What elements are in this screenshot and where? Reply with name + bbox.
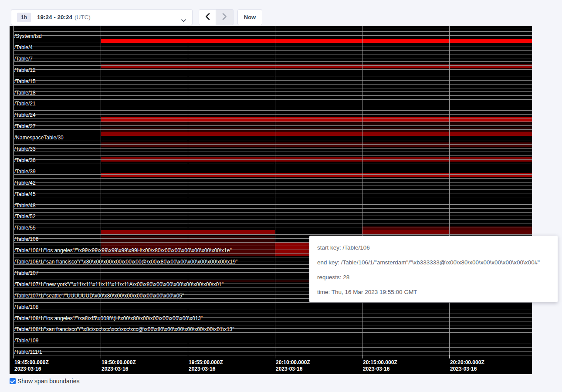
span-boundary-line: [14, 223, 532, 223]
row-label: /Table/4: [14, 45, 33, 51]
now-button[interactable]: Now: [237, 9, 262, 25]
heatmap-band: [101, 173, 532, 177]
span-boundary-line: [14, 159, 532, 160]
span-boundary-line: [14, 35, 532, 36]
row-label: /Table/42: [14, 180, 36, 186]
span-boundary-line: [14, 125, 532, 126]
span-boundary-line: [14, 220, 532, 220]
heatmap-band: [101, 132, 532, 136]
span-boundary-line: [14, 197, 532, 197]
span-boundary-line: [14, 189, 532, 190]
row-label: /Table/36: [14, 158, 36, 163]
span-boundary-line: [14, 99, 532, 100]
span-boundary-line: [14, 234, 532, 235]
span-boundary-line: [14, 77, 532, 77]
span-boundary-line: [14, 28, 532, 28]
x-axis-tick: [362, 355, 362, 358]
time-range-selector[interactable]: 1h 19:24 - 20:24 (UTC): [11, 9, 193, 25]
span-boundaries-row: Show span boundaries: [10, 378, 79, 385]
span-boundary-line: [14, 54, 532, 54]
span-boundary-line: [14, 174, 532, 175]
row-label: /Table/55: [14, 225, 36, 231]
row-label: /Table/106/1/"los angeles"/"\x99\x99\x99…: [14, 248, 232, 253]
row-label: /Table/12: [14, 68, 36, 73]
time-bucket-line: [362, 26, 362, 355]
span-boundary-line: [14, 107, 532, 107]
span-boundary-line: [14, 103, 532, 103]
span-boundary-line: [14, 47, 532, 47]
row-label: /Table/111/1: [14, 349, 42, 355]
span-boundary-line: [14, 31, 532, 32]
row-label: /Table/18: [14, 90, 36, 96]
prev-time-button[interactable]: [199, 9, 216, 25]
span-boundary-line: [14, 204, 532, 205]
span-boundary-line: [14, 310, 532, 310]
span-boundary-line: [14, 152, 532, 152]
checkmark-icon: [10, 377, 15, 385]
x-axis-tick: [449, 355, 450, 358]
row-label: /Table/106/1/"san francisco"/"\x80\x00\x…: [14, 259, 237, 265]
row-label: /Table/108/1/"san francisco"/"\x8c\xcc\x…: [14, 327, 234, 332]
x-axis-label: 19:55:00.000Z2023-03-16: [189, 359, 223, 372]
span-boundary-line: [14, 347, 532, 348]
span-boundary-line: [14, 208, 532, 209]
row-label: /NamespaceTable/30: [14, 135, 64, 141]
span-boundary-line: [14, 114, 532, 115]
row-label: /Table/108/1/"los angeles"/"\xa8\xf5\u00…: [14, 316, 203, 321]
span-boundary-line: [14, 73, 532, 73]
span-boundary-line: [14, 171, 532, 171]
span-boundary-line: [14, 314, 532, 314]
x-axis-date: 2023-03-16: [276, 366, 310, 372]
span-boundary-line: [14, 155, 532, 156]
span-boundary-line: [14, 80, 532, 81]
row-label: /Table/109: [14, 338, 38, 344]
row-label: /Table/106: [14, 237, 38, 242]
show-span-boundaries-checkbox[interactable]: [10, 378, 16, 384]
row-label: /Table/15: [14, 79, 36, 84]
span-boundary-line: [14, 325, 532, 325]
time-bucket-line: [275, 26, 275, 355]
x-axis-time: 19:50:00.000Z: [102, 359, 136, 366]
span-boundary-line: [14, 141, 532, 141]
x-axis-date: 2023-03-16: [450, 366, 484, 372]
span-boundary-line: [14, 167, 532, 167]
chevron-right-icon: [222, 13, 227, 22]
x-axis-date: 2023-03-16: [102, 366, 136, 372]
span-boundary-line: [14, 69, 532, 70]
span-boundary-line: [14, 227, 532, 227]
span-boundary-line: [14, 182, 532, 182]
next-time-button[interactable]: [216, 9, 234, 25]
span-boundary-line: [14, 340, 532, 340]
span-boundary-line: [14, 122, 532, 122]
tooltip-time: time: Thu, 16 Mar 2023 19:55:00 GMT: [317, 285, 550, 300]
span-boundary-line: [14, 84, 532, 84]
time-bucket-line: [101, 26, 101, 355]
span-boundary-line: [14, 95, 532, 96]
span-boundary-line: [14, 355, 532, 355]
span-boundary-line: [14, 133, 532, 133]
x-axis-date: 2023-03-16: [14, 366, 49, 372]
span-boundary-line: [14, 216, 532, 216]
heatmap-tooltip: start key: /Table/106 end key: /Table/10…: [309, 236, 558, 302]
row-label: /Table/107: [14, 270, 38, 276]
show-span-boundaries-label: Show span boundaries: [17, 378, 79, 385]
x-axis-tick: [14, 355, 14, 358]
span-boundary-line: [14, 201, 532, 201]
span-boundary-line: [14, 148, 532, 149]
span-boundary-line: [14, 43, 532, 43]
tooltip-start-key: start key: /Table/106: [317, 240, 550, 255]
row-label: /Table/52: [14, 214, 36, 220]
span-boundary-line: [14, 212, 532, 213]
row-label: /Table/21: [14, 101, 36, 107]
x-axis-date: 2023-03-16: [363, 366, 397, 372]
span-boundary-line: [14, 163, 532, 163]
x-axis-label: 19:45:00.000Z2023-03-16: [14, 359, 49, 372]
span-boundary-line: [14, 186, 532, 186]
key-visualizer-heatmap[interactable]: /System/tsd/Table/4/Table/7/Table/12/Tab…: [10, 26, 532, 374]
tooltip-end-key: end key: /Table/106/1/"amsterdam"/"\xb33…: [317, 255, 550, 270]
x-axis-tick: [188, 355, 188, 358]
row-label: /Table/24: [14, 112, 36, 118]
span-boundary-line: [14, 137, 532, 137]
x-axis-time: 20:10:00.000Z: [276, 359, 310, 366]
span-boundary-line: [14, 65, 532, 66]
